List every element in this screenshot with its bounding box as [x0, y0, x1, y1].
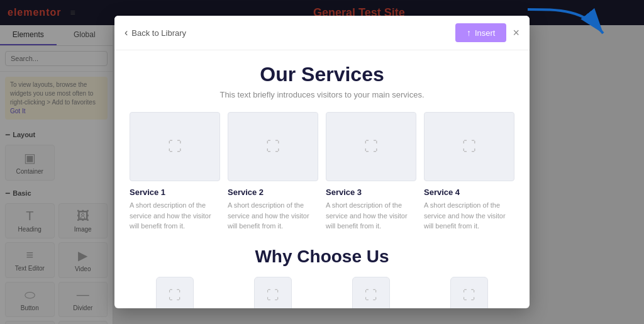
service-image-1: ⛶ [130, 112, 220, 181]
why-choose-us-section: Why Choose Us ⛶ ⛶ ⛶ ⛶ [130, 247, 514, 309]
service-name-4: Service 4 [424, 187, 514, 197]
insert-label: Insert [475, 28, 496, 38]
back-label: Back to Library [131, 28, 186, 38]
service-card-2: ⛶ Service 2 A short description of the s… [228, 112, 318, 232]
editor-background: elementor ≡ General Test Site Elements G… [0, 0, 644, 324]
why-title: Why Choose Us [130, 247, 514, 267]
why-icon-symbol-2: ⛶ [267, 288, 279, 303]
service-name-3: Service 3 [326, 187, 416, 197]
back-to-library-button[interactable]: ‹ Back to Library [125, 27, 186, 38]
service-image-3: ⛶ [326, 112, 416, 181]
service-desc-1: A short description of the service and h… [130, 200, 220, 232]
why-icon-1: ⛶ [156, 277, 194, 309]
service-desc-2: A short description of the service and h… [228, 200, 318, 232]
our-services-subtitle: This text briefly introduces visitors to… [130, 90, 514, 99]
modal-overlay: ‹ Back to Library ↑ Insert × Our Service… [0, 0, 644, 324]
image-placeholder-icon-3: ⛶ [364, 138, 378, 155]
our-services-title: Our Services [130, 63, 514, 86]
why-icon-3: ⛶ [352, 277, 390, 309]
service-name-1: Service 1 [130, 187, 220, 197]
back-arrow-icon: ‹ [125, 27, 128, 38]
services-grid: ⛶ Service 1 A short description of the s… [130, 112, 514, 232]
modal-close-button[interactable]: × [513, 27, 519, 38]
why-icons-row: ⛶ ⛶ ⛶ ⛶ [130, 277, 514, 309]
why-icon-2: ⛶ [254, 277, 292, 309]
image-placeholder-icon-1: ⛶ [168, 138, 182, 155]
service-card-1: ⛶ Service 1 A short description of the s… [130, 112, 220, 232]
service-name-2: Service 2 [228, 187, 318, 197]
why-icon-symbol-4: ⛶ [463, 288, 475, 303]
modal-header: ‹ Back to Library ↑ Insert × [114, 16, 530, 50]
service-desc-4: A short description of the service and h… [424, 200, 514, 232]
modal-dialog: ‹ Back to Library ↑ Insert × Our Service… [114, 16, 530, 308]
service-image-4: ⛶ [424, 112, 514, 181]
insert-icon: ↑ [467, 28, 471, 38]
why-icon-symbol-3: ⛶ [365, 288, 377, 303]
insert-button[interactable]: ↑ Insert [455, 23, 507, 42]
image-placeholder-icon-4: ⛶ [462, 138, 476, 155]
service-desc-3: A short description of the service and h… [326, 200, 416, 232]
image-placeholder-icon-2: ⛶ [266, 138, 280, 155]
service-card-4: ⛶ Service 4 A short description of the s… [424, 112, 514, 232]
service-card-3: ⛶ Service 3 A short description of the s… [326, 112, 416, 232]
why-icon-symbol-1: ⛶ [169, 288, 181, 303]
service-image-2: ⛶ [228, 112, 318, 181]
modal-body: Our Services This text briefly introduce… [114, 50, 530, 308]
why-icon-4: ⛶ [450, 277, 488, 309]
